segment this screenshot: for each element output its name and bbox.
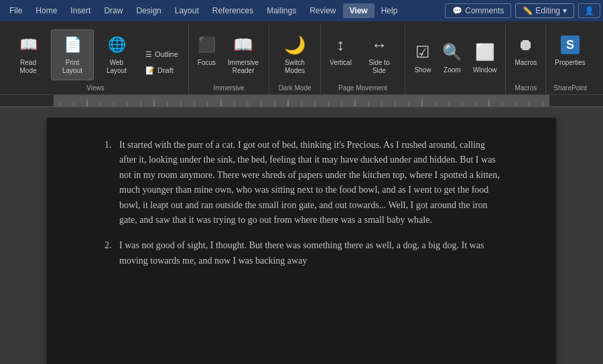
focus-icon: ⬛ bbox=[198, 33, 216, 57]
svg-rect-5 bbox=[54, 95, 549, 107]
ribbon-pagemovement-buttons: ↕ Vertical ↔ Side to Side bbox=[325, 24, 401, 83]
document-page: It started with the purr of a cat. I got… bbox=[47, 118, 556, 364]
sharepoint-group-label: SharePoint bbox=[550, 83, 590, 94]
menu-design[interactable]: Design bbox=[129, 3, 168, 18]
ribbon-sharepoint-buttons: S Properties bbox=[550, 24, 590, 83]
menu-file[interactable]: File bbox=[3, 3, 29, 18]
show-button[interactable]: ☑ Show bbox=[409, 37, 436, 88]
document-content: It started with the purr of a cat. I got… bbox=[100, 138, 503, 268]
window-button[interactable]: ⬜ Window bbox=[468, 37, 502, 88]
menu-review[interactable]: Review bbox=[303, 3, 342, 18]
read-mode-button[interactable]: 📖 Read Mode bbox=[7, 29, 50, 80]
draft-icon: 📝 bbox=[145, 66, 155, 75]
properties-button[interactable]: S Properties bbox=[550, 29, 590, 80]
vertical-icon: ↕ bbox=[336, 33, 344, 57]
ribbon-immersive-buttons: ⬛ Focus 📖 Immersive Reader bbox=[193, 24, 265, 83]
print-layout-button[interactable]: 📄 Print Layout bbox=[51, 29, 94, 80]
editing-button[interactable]: ✏️ Editing ▾ bbox=[515, 3, 574, 18]
vertical-button[interactable]: ↕ Vertical bbox=[325, 29, 356, 80]
read-mode-icon: 📖 bbox=[19, 33, 38, 57]
outline-button[interactable]: ☰ Outline bbox=[139, 47, 184, 62]
ruler-right-edge bbox=[549, 95, 603, 106]
ribbon-group-showzoom: ☑ Show 🔍 Zoom ⬜ Window bbox=[405, 24, 507, 94]
document-list: It started with the purr of a cat. I got… bbox=[100, 138, 503, 268]
darkmode-group-label: Dark Mode bbox=[273, 83, 316, 94]
ribbon-group-macros: ⏺ Macros Macros bbox=[506, 24, 546, 94]
side-to-side-icon: ↔ bbox=[371, 33, 387, 57]
menu-home[interactable]: Home bbox=[29, 3, 64, 18]
ruler-left-edge bbox=[0, 95, 54, 106]
switch-modes-label: Switch Modes bbox=[278, 59, 312, 75]
menu-draw[interactable]: Draw bbox=[97, 3, 129, 18]
comments-label: Comments bbox=[465, 6, 504, 15]
window-label: Window bbox=[473, 66, 497, 74]
outline-label: Outline bbox=[155, 50, 178, 58]
ribbon-macros-buttons: ⏺ Macros bbox=[510, 24, 541, 83]
properties-icon: S bbox=[558, 33, 582, 57]
chevron-down-icon: ▾ bbox=[563, 6, 567, 15]
macros-button[interactable]: ⏺ Macros bbox=[510, 29, 541, 80]
immersive-reader-button[interactable]: 📖 Immersive Reader bbox=[222, 29, 265, 80]
menu-insert[interactable]: Insert bbox=[64, 3, 97, 18]
pencil-icon: ✏️ bbox=[523, 6, 533, 15]
web-layout-label: Web Layout bbox=[100, 59, 133, 75]
read-mode-label: Read Mode bbox=[11, 59, 45, 75]
zoom-button[interactable]: 🔍 Zoom bbox=[438, 37, 467, 88]
zoom-icon: 🔍 bbox=[442, 40, 462, 64]
profile-icon: 👤 bbox=[584, 6, 594, 15]
pagemovement-group-label: Page Movement bbox=[325, 83, 401, 94]
document-area: It started with the purr of a cat. I got… bbox=[0, 107, 603, 364]
list-item-1-text: It started with the purr of a cat. I got… bbox=[119, 140, 500, 225]
comments-button[interactable]: 💬 Comments bbox=[445, 3, 511, 18]
ribbon-showzoom-buttons: ☑ Show 🔍 Zoom ⬜ Window bbox=[409, 24, 502, 90]
switch-modes-icon: 🌙 bbox=[284, 33, 306, 57]
comments-icon: 💬 bbox=[452, 6, 462, 15]
list-item: I was not good of sight, I thought. But … bbox=[114, 238, 503, 268]
show-label: Show bbox=[414, 66, 431, 74]
focus-label: Focus bbox=[198, 59, 216, 67]
menu-layout[interactable]: Layout bbox=[168, 3, 206, 18]
menu-help[interactable]: Help bbox=[375, 3, 405, 18]
print-layout-label: Print Layout bbox=[56, 59, 89, 75]
ribbon-group-immersive: ⬛ Focus 📖 Immersive Reader Immersive bbox=[189, 24, 269, 94]
zoom-label: Zoom bbox=[444, 66, 461, 74]
web-layout-icon: 🌐 bbox=[108, 33, 126, 57]
menubar-right: 💬 Comments ✏️ Editing ▾ 👤 bbox=[445, 3, 600, 18]
focus-button[interactable]: ⬛ Focus bbox=[193, 29, 220, 80]
list-item-2-text: I was not good of sight, I thought. But … bbox=[119, 240, 484, 265]
ribbon-views-buttons: 📖 Read Mode 📄 Print Layout 🌐 Web Layout … bbox=[7, 24, 184, 83]
draft-label: Draft bbox=[157, 66, 174, 74]
views-group-label: Views bbox=[7, 83, 184, 94]
immersive-reader-icon: 📖 bbox=[233, 33, 253, 57]
switch-modes-button[interactable]: 🌙 Switch Modes bbox=[273, 29, 316, 80]
ruler bbox=[0, 95, 603, 107]
web-layout-button[interactable]: 🌐 Web Layout bbox=[95, 29, 138, 80]
ruler-center bbox=[54, 95, 549, 106]
ribbon-group-sharepoint: S Properties SharePoint bbox=[546, 24, 594, 94]
draft-button[interactable]: 📝 Draft bbox=[139, 63, 184, 78]
menu-mailings[interactable]: Mailings bbox=[260, 3, 303, 18]
menu-view[interactable]: View bbox=[343, 3, 375, 18]
ribbon-group-darkmode: 🌙 Switch Modes Dark Mode bbox=[269, 24, 321, 94]
ribbon-group-pagemovement: ↕ Vertical ↔ Side to Side Page Movement bbox=[321, 24, 405, 94]
profile-button[interactable]: 👤 bbox=[578, 3, 600, 18]
ribbon-views-small: ☰ Outline 📝 Draft bbox=[139, 44, 184, 80]
macros-group-label: Macros bbox=[510, 83, 541, 94]
print-layout-icon: 📄 bbox=[64, 33, 82, 57]
show-icon: ☑ bbox=[415, 40, 430, 64]
ribbon-darkmode-buttons: 🌙 Switch Modes bbox=[273, 24, 316, 83]
editing-label: Editing bbox=[535, 6, 560, 15]
side-to-side-button[interactable]: ↔ Side to Side bbox=[358, 29, 401, 80]
outline-icon: ☰ bbox=[145, 50, 152, 59]
ribbon: 📖 Read Mode 📄 Print Layout 🌐 Web Layout … bbox=[0, 21, 603, 95]
list-item: It started with the purr of a cat. I got… bbox=[114, 138, 503, 227]
ribbon-group-views: 📖 Read Mode 📄 Print Layout 🌐 Web Layout … bbox=[3, 24, 189, 94]
side-to-side-label: Side to Side bbox=[362, 59, 396, 75]
ruler-inner bbox=[0, 95, 603, 106]
macros-label: Macros bbox=[515, 59, 537, 67]
macros-icon: ⏺ bbox=[518, 33, 534, 57]
properties-label: Properties bbox=[555, 59, 586, 67]
menubar: File Home Insert Draw Design Layout Refe… bbox=[0, 0, 603, 21]
vertical-label: Vertical bbox=[330, 59, 352, 67]
menu-references[interactable]: References bbox=[206, 3, 260, 18]
